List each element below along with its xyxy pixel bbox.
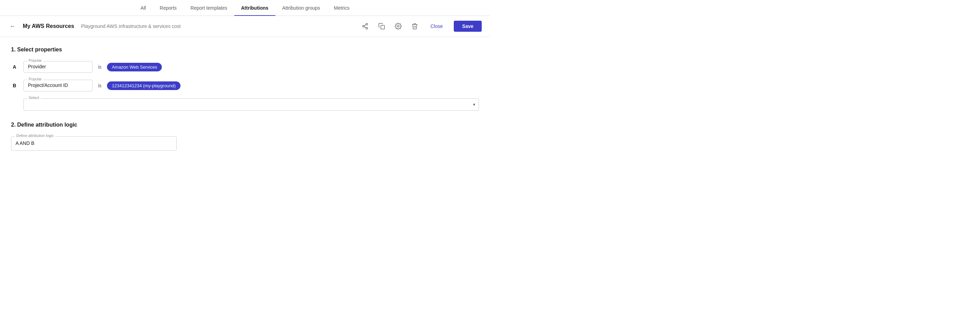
row-a-label: A (11, 64, 18, 70)
row-b-tag[interactable]: 123412341234 (my-playground) (107, 81, 180, 90)
row-a-tag[interactable]: Amazon Web Services (107, 63, 162, 72)
share-icon-button[interactable] (360, 21, 370, 31)
settings-icon-button[interactable] (393, 21, 403, 31)
svg-point-2 (366, 27, 368, 29)
logic-value: A AND B (16, 140, 34, 146)
nav-item-attributions[interactable]: Attributions (234, 0, 275, 16)
header-bar: ← My AWS Resources Playground AWS infras… (0, 16, 490, 37)
select-value (28, 101, 466, 108)
attribution-logic-field[interactable]: Define attribution logic A AND B (11, 136, 177, 151)
section1-title: 1. Select properties (11, 46, 479, 53)
svg-point-0 (366, 24, 368, 25)
copy-icon (378, 23, 385, 30)
section2-title: 2. Define attribution logic (11, 122, 479, 128)
row-a-field[interactable]: Popular Provider (24, 61, 92, 73)
svg-point-1 (362, 25, 364, 27)
top-nav: All Reports Report templates Attribution… (0, 0, 490, 16)
section2: 2. Define attribution logic Define attri… (11, 122, 479, 151)
nav-item-report-templates[interactable]: Report templates (184, 0, 234, 16)
header-icons: Close Save (360, 21, 482, 32)
logic-legend: Define attribution logic (15, 134, 55, 138)
row-b-field[interactable]: Popular Project/Account ID (24, 80, 92, 91)
select-dropdown[interactable]: Select ▾ (24, 98, 479, 111)
svg-rect-5 (380, 25, 384, 29)
page-title: My AWS Resources (23, 23, 74, 29)
row-b-label: B (11, 83, 18, 88)
row-a-is: is (98, 64, 102, 70)
svg-line-3 (364, 27, 366, 28)
svg-line-4 (364, 24, 366, 25)
settings-icon (395, 23, 402, 30)
filter-row-b: B Popular Project/Account ID is 12341234… (11, 80, 479, 91)
select-legend: Select (27, 96, 41, 100)
nav-item-reports[interactable]: Reports (153, 0, 184, 16)
filter-row-a: A Popular Provider is Amazon Web Service… (11, 61, 479, 73)
save-button[interactable]: Save (454, 21, 482, 32)
svg-point-6 (397, 25, 399, 27)
delete-icon (411, 23, 418, 30)
row-b-value: Project/Account ID (28, 82, 68, 88)
chevron-down-icon: ▾ (473, 102, 475, 107)
row-b-legend: Popular (27, 77, 43, 81)
close-button[interactable]: Close (426, 21, 447, 31)
copy-icon-button[interactable] (377, 21, 387, 31)
row-a-value: Provider (28, 63, 46, 69)
back-button[interactable]: ← (8, 21, 17, 31)
row-b-is: is (98, 83, 102, 88)
share-icon (362, 23, 369, 30)
main-content: 1. Select properties A Popular Provider … (0, 37, 490, 161)
page-subtitle: Playground AWS infrastructure & services… (81, 24, 181, 29)
row-a-legend: Popular (27, 58, 43, 62)
nav-item-metrics[interactable]: Metrics (327, 0, 356, 16)
nav-item-attribution-groups[interactable]: Attribution groups (275, 0, 327, 16)
nav-item-all[interactable]: All (134, 0, 153, 16)
delete-icon-button[interactable] (410, 21, 420, 31)
